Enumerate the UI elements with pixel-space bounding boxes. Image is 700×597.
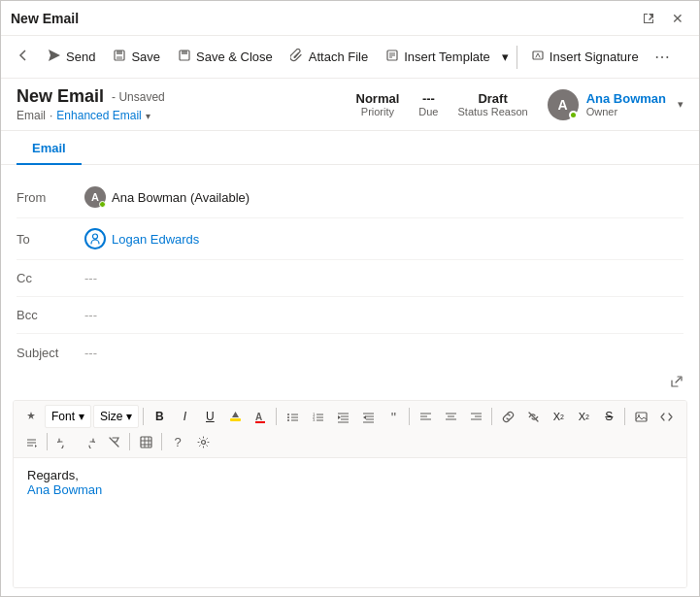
popout-button[interactable] xyxy=(637,7,660,30)
font-select[interactable]: Font ▾ xyxy=(45,405,91,428)
cc-label: Cc xyxy=(17,271,84,285)
align-right-button[interactable] xyxy=(464,405,487,428)
svg-rect-2 xyxy=(117,50,122,54)
editor-body[interactable]: Regards, Ana Bowman xyxy=(14,458,686,587)
svg-point-54 xyxy=(201,440,205,444)
priority-value: Normal xyxy=(356,91,400,106)
email-form: From A Ana Bowman (Available) To Logan E… xyxy=(1,165,699,596)
send-label: Send xyxy=(66,50,95,64)
svg-text:A: A xyxy=(255,412,262,422)
editor-ai-button[interactable] xyxy=(19,405,43,428)
form-fields: From A Ana Bowman (Available) To Logan E… xyxy=(1,165,699,371)
from-label: From xyxy=(17,190,84,205)
to-value[interactable]: Logan Edwards xyxy=(84,228,683,249)
to-label: To xyxy=(17,232,84,247)
header-row: New Email - Unsaved Email · Enhanced Ema… xyxy=(1,79,699,131)
svg-line-43 xyxy=(529,413,538,421)
close-button[interactable]: ✕ xyxy=(666,7,689,30)
cc-value[interactable]: --- xyxy=(84,271,683,285)
settings-button[interactable] xyxy=(191,430,215,453)
breadcrumb-email: Email xyxy=(17,109,46,122)
back-button[interactable] xyxy=(9,44,38,70)
owner-name[interactable]: Ana Bowman xyxy=(586,91,666,106)
editor-separator-3 xyxy=(409,408,410,425)
template-icon xyxy=(385,49,399,65)
tab-email[interactable]: Email xyxy=(17,131,82,165)
svg-rect-5 xyxy=(182,50,187,54)
superscript-button[interactable]: X2 xyxy=(547,405,570,428)
expand-button[interactable] xyxy=(670,375,683,392)
window-title: New Email xyxy=(11,11,79,26)
font-color-button[interactable]: A xyxy=(249,405,272,428)
help-button[interactable]: ? xyxy=(166,430,189,453)
highlight-button[interactable] xyxy=(223,405,247,428)
window-controls: ✕ xyxy=(637,7,689,30)
from-name: Ana Bowman (Available) xyxy=(112,190,250,205)
unsaved-label: - Unsaved xyxy=(112,90,165,104)
insert-image-button[interactable] xyxy=(629,405,652,428)
size-dropdown-icon: ▾ xyxy=(126,410,132,423)
numbered-list-button[interactable]: 1.2.3. xyxy=(306,405,329,428)
clear-format-button[interactable] xyxy=(102,430,125,453)
owner-section: A Ana Bowman Owner ▾ xyxy=(548,89,683,120)
owner-info: Ana Bowman Owner xyxy=(586,91,666,117)
save-label: Save xyxy=(131,50,160,64)
signature-icon xyxy=(531,49,545,65)
svg-rect-49 xyxy=(141,437,151,448)
insert-template-label: Insert Template xyxy=(404,50,490,64)
redo-button[interactable] xyxy=(77,430,100,453)
attach-button[interactable]: Attach File xyxy=(283,44,376,70)
template-dropdown-button[interactable]: ▾ xyxy=(500,45,511,69)
subject-value[interactable]: --- xyxy=(84,346,683,360)
strikethrough-button[interactable]: S xyxy=(597,405,620,428)
source-code-button[interactable] xyxy=(654,405,678,428)
svg-rect-44 xyxy=(636,413,647,421)
from-value: A Ana Bowman (Available) xyxy=(84,186,683,208)
undo-button[interactable] xyxy=(51,430,75,453)
insert-template-button[interactable]: Insert Template xyxy=(378,44,498,70)
align-center-button[interactable] xyxy=(439,405,462,428)
bcc-row: Bcc --- xyxy=(17,297,683,334)
editor-separator-7 xyxy=(129,433,130,450)
status-label: Status Reason xyxy=(458,106,528,117)
unlink-button[interactable] xyxy=(521,405,545,428)
italic-button[interactable]: I xyxy=(173,405,196,428)
outdent-button[interactable] xyxy=(356,405,380,428)
size-select[interactable]: Size ▾ xyxy=(93,405,139,428)
more-options-button[interactable]: ⋯ xyxy=(649,44,676,71)
bullet-list-button[interactable] xyxy=(281,405,304,428)
breadcrumb-enhanced[interactable]: Enhanced Email xyxy=(56,109,141,122)
email-window: New Email ✕ Send xyxy=(0,0,700,597)
bcc-value[interactable]: --- xyxy=(84,308,683,322)
save-icon xyxy=(113,49,126,65)
header-meta: Normal Priority --- Due Draft Status Rea… xyxy=(356,91,528,117)
dropdown-icon: ▾ xyxy=(502,50,509,64)
save-button[interactable]: Save xyxy=(105,44,168,70)
send-button[interactable]: Send xyxy=(40,44,103,70)
email-title-text: New Email xyxy=(17,86,104,107)
align-left-button[interactable] xyxy=(414,405,437,428)
from-avatar: A xyxy=(84,186,106,208)
svg-point-16 xyxy=(287,419,289,421)
bold-button[interactable]: B xyxy=(148,405,171,428)
subject-text: --- xyxy=(84,346,97,360)
svg-point-15 xyxy=(287,416,289,418)
insert-signature-button[interactable]: Insert Signature xyxy=(523,44,647,70)
bcc-text: --- xyxy=(84,308,97,322)
attach-icon xyxy=(290,49,304,65)
editor-separator-6 xyxy=(47,433,48,450)
save-close-button[interactable]: Save & Close xyxy=(170,44,281,70)
subscript-button[interactable]: X2 xyxy=(572,405,595,428)
save-close-label: Save & Close xyxy=(196,50,273,64)
insert-table-button[interactable] xyxy=(134,430,157,453)
blockquote-button[interactable]: " xyxy=(382,405,405,428)
underline-button[interactable]: U xyxy=(198,405,221,428)
owner-chevron-icon[interactable]: ▾ xyxy=(678,98,683,111)
svg-rect-3 xyxy=(117,56,122,59)
link-button[interactable] xyxy=(496,405,519,428)
rtl-button[interactable] xyxy=(19,430,43,453)
svg-point-14 xyxy=(287,414,289,415)
indent-button[interactable] xyxy=(331,405,354,428)
owner-avatar: A xyxy=(548,89,579,120)
font-label: Font xyxy=(51,410,75,423)
